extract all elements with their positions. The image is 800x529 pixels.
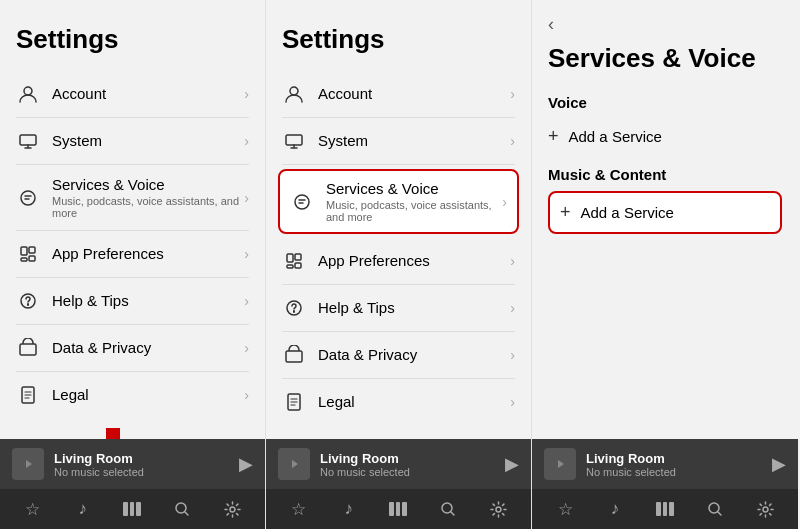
svg-rect-37 bbox=[669, 502, 674, 516]
tab-search-2[interactable] bbox=[430, 491, 466, 527]
menu-item-privacy-label: Data & Privacy bbox=[52, 339, 244, 357]
bottom-bar-2: Living Room No music selected ▶ ☆ ♪ bbox=[266, 439, 531, 529]
now-playing-room-2: Living Room bbox=[320, 451, 495, 466]
p2-chevron-legal: › bbox=[510, 394, 515, 410]
back-button[interactable]: ‹ bbox=[532, 0, 798, 39]
p2-account-label: Account bbox=[318, 85, 510, 103]
menu-item-legal-label: Legal bbox=[52, 386, 244, 404]
svg-rect-3 bbox=[21, 247, 27, 255]
now-playing-1[interactable]: Living Room No music selected ▶ bbox=[0, 439, 265, 489]
play-icon-1[interactable]: ▶ bbox=[239, 453, 253, 475]
tab-favorites-3[interactable]: ☆ bbox=[547, 491, 583, 527]
svg-rect-4 bbox=[29, 247, 35, 253]
tab-search-3[interactable] bbox=[697, 491, 733, 527]
menu-item-account-label: Account bbox=[52, 85, 244, 103]
tab-search-1[interactable] bbox=[164, 491, 200, 527]
chevron-icon: › bbox=[244, 387, 249, 403]
svg-rect-26 bbox=[286, 351, 302, 362]
now-playing-room-3: Living Room bbox=[586, 451, 762, 466]
p2-services-sublabel: Music, podcasts, voice assistants, and m… bbox=[326, 199, 502, 223]
p2-chevron-data: › bbox=[510, 347, 515, 363]
tab-music-3[interactable]: ♪ bbox=[597, 491, 633, 527]
panel-1: Settings Account › System bbox=[0, 0, 266, 529]
legal-icon bbox=[16, 383, 40, 407]
svg-rect-13 bbox=[123, 502, 128, 516]
tab-rooms-2[interactable] bbox=[380, 491, 416, 527]
p2-menu-item-system[interactable]: System › bbox=[266, 118, 531, 164]
svg-rect-22 bbox=[295, 254, 301, 260]
menu-item-legal[interactable]: Legal › bbox=[0, 372, 265, 418]
app-preferences-icon bbox=[16, 242, 40, 266]
p2-menu-item-help[interactable]: Help & Tips › bbox=[266, 285, 531, 331]
menu-item-help-label: Help & Tips bbox=[52, 292, 244, 310]
play-icon-2[interactable]: ▶ bbox=[505, 453, 519, 475]
svg-rect-35 bbox=[656, 502, 661, 516]
now-playing-thumb-2 bbox=[278, 448, 310, 480]
voice-add-label: Add a Service bbox=[569, 128, 662, 145]
plus-icon-voice: + bbox=[548, 126, 559, 147]
svg-rect-30 bbox=[396, 502, 400, 516]
p2-legal-icon bbox=[282, 390, 306, 414]
p2-menu-item-app[interactable]: App Preferences › bbox=[266, 238, 531, 284]
voice-section-header: Voice bbox=[532, 86, 798, 115]
svg-rect-5 bbox=[29, 256, 35, 261]
now-playing-thumb-1 bbox=[12, 448, 44, 480]
tab-music-1[interactable]: ♪ bbox=[65, 491, 101, 527]
sv-title: Services & Voice bbox=[532, 39, 798, 86]
p2-menu-item-account[interactable]: Account › bbox=[266, 71, 531, 117]
tab-music-2[interactable]: ♪ bbox=[331, 491, 367, 527]
svg-point-2 bbox=[21, 191, 35, 205]
svg-point-0 bbox=[24, 87, 32, 95]
svg-rect-29 bbox=[389, 502, 394, 516]
menu-item-data-privacy[interactable]: Data & Privacy › bbox=[0, 325, 265, 371]
menu-item-system[interactable]: System › bbox=[0, 118, 265, 164]
tab-settings-3[interactable] bbox=[747, 491, 783, 527]
tab-settings-1[interactable] bbox=[214, 491, 250, 527]
play-icon-3[interactable]: ▶ bbox=[772, 453, 786, 475]
menu-item-services-sublabel: Music, podcasts, voice assistants, and m… bbox=[52, 195, 244, 219]
p2-app-icon bbox=[282, 249, 306, 273]
menu-item-help[interactable]: Help & Tips › bbox=[0, 278, 265, 324]
p2-data-label: Data & Privacy bbox=[318, 346, 510, 364]
svg-point-39 bbox=[763, 507, 768, 512]
p2-services-voice-icon bbox=[290, 190, 314, 214]
music-add-service[interactable]: + Add a Service bbox=[548, 191, 782, 234]
music-add-label: Add a Service bbox=[581, 204, 674, 221]
menu-item-account[interactable]: Account › bbox=[0, 71, 265, 117]
menu-item-services-label: Services & Voice bbox=[52, 176, 244, 194]
now-playing-2[interactable]: Living Room No music selected ▶ bbox=[266, 439, 531, 489]
p2-menu-item-legal[interactable]: Legal › bbox=[266, 379, 531, 425]
chevron-icon: › bbox=[244, 133, 249, 149]
tab-bar-3: ☆ ♪ bbox=[532, 489, 798, 529]
tab-favorites-2[interactable]: ☆ bbox=[281, 491, 317, 527]
now-playing-thumb-3 bbox=[544, 448, 576, 480]
panel-1-title: Settings bbox=[0, 16, 265, 71]
menu-item-services-voice[interactable]: Services & Voice Music, podcasts, voice … bbox=[0, 165, 265, 230]
account-icon bbox=[16, 82, 40, 106]
now-playing-track-3: No music selected bbox=[586, 466, 762, 478]
now-playing-room-1: Living Room bbox=[54, 451, 229, 466]
p2-services-label: Services & Voice bbox=[326, 180, 502, 198]
tab-rooms-1[interactable] bbox=[114, 491, 150, 527]
bottom-bar-3: Living Room No music selected ▶ ☆ ♪ bbox=[532, 439, 798, 529]
services-voice-icon bbox=[16, 186, 40, 210]
svg-rect-6 bbox=[21, 258, 27, 261]
menu-item-app-preferences[interactable]: App Preferences › bbox=[0, 231, 265, 277]
voice-add-service[interactable]: + Add a Service bbox=[532, 115, 798, 158]
chevron-icon: › bbox=[244, 190, 249, 206]
p2-chevron-app: › bbox=[510, 253, 515, 269]
p2-menu-item-data[interactable]: Data & Privacy › bbox=[266, 332, 531, 378]
tab-favorites-1[interactable]: ☆ bbox=[15, 491, 51, 527]
panel-3: ‹ Services & Voice Voice + Add a Service… bbox=[532, 0, 798, 529]
tab-rooms-3[interactable] bbox=[647, 491, 683, 527]
now-playing-3[interactable]: Living Room No music selected ▶ bbox=[532, 439, 798, 489]
p2-menu-item-services-voice[interactable]: Services & Voice Music, podcasts, voice … bbox=[278, 169, 519, 234]
p2-chevron-services: › bbox=[502, 194, 507, 210]
chevron-icon: › bbox=[244, 86, 249, 102]
system-icon bbox=[16, 129, 40, 153]
tab-settings-2[interactable] bbox=[480, 491, 516, 527]
now-playing-track-2: No music selected bbox=[320, 466, 495, 478]
p2-chevron-help: › bbox=[510, 300, 515, 316]
panel-2-content: Settings Account › System bbox=[266, 0, 531, 439]
svg-rect-1 bbox=[20, 135, 36, 145]
